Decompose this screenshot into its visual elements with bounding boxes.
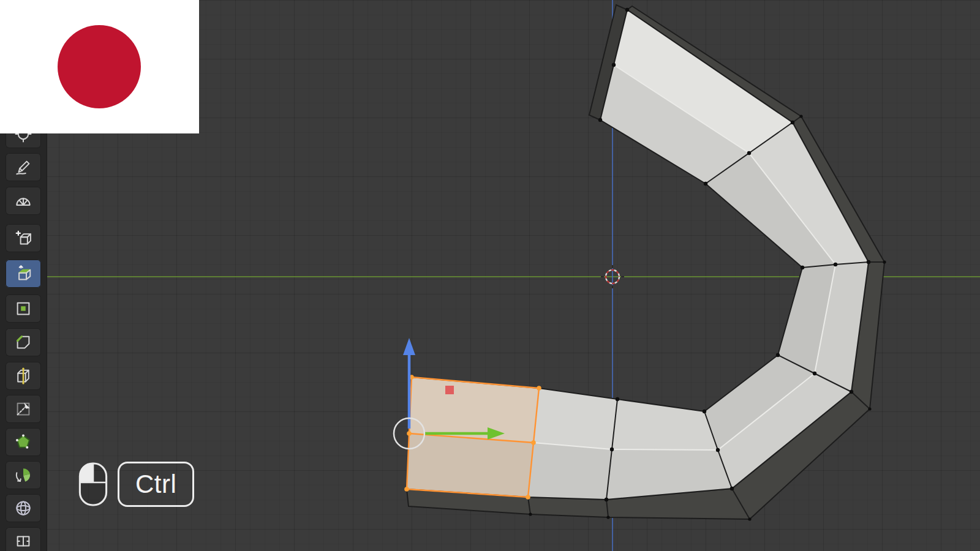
annotate-pencil-icon [14, 158, 32, 176]
measure-protractor-icon [14, 192, 32, 210]
tool-spin[interactable] [6, 461, 41, 489]
tool-add-cube[interactable] [6, 224, 41, 252]
tool-extrude-region[interactable] [6, 260, 41, 288]
flag-red-disc [58, 25, 141, 108]
bevel-icon [14, 333, 32, 351]
knife-icon [14, 400, 32, 418]
loop-cut-icon [14, 367, 32, 385]
japan-flag-overlay [0, 0, 199, 133]
key-badge-ctrl: Ctrl [118, 462, 194, 507]
tool-measure[interactable] [6, 187, 41, 215]
tool-poly-build[interactable] [6, 428, 41, 456]
gizmo-z-arrowhead[interactable] [403, 338, 415, 355]
tool-bevel[interactable] [6, 328, 41, 356]
tool-inset-faces[interactable] [6, 294, 41, 323]
tool-annotate[interactable] [6, 153, 41, 181]
tool-edge-slide[interactable] [6, 527, 41, 551]
mesh-object[interactable] [394, 5, 886, 521]
poly-build-icon [14, 433, 32, 451]
extrude-region-icon [14, 264, 32, 283]
gizmo-plane-handle[interactable] [445, 386, 454, 394]
mouse-left-click-icon [78, 462, 108, 506]
screencast-keys-overlay: Ctrl [78, 462, 194, 507]
tool-loop-cut[interactable] [6, 362, 41, 390]
tool-smooth[interactable] [6, 494, 41, 522]
blender-3d-viewport: Ctrl [0, 0, 980, 551]
inset-faces-icon [14, 299, 32, 318]
spin-icon [14, 466, 32, 484]
add-cube-icon [14, 229, 32, 247]
edge-slide-icon [14, 532, 32, 550]
tool-knife[interactable] [6, 395, 41, 423]
smooth-sphere-icon [14, 499, 32, 517]
selected-segment[interactable] [404, 375, 541, 500]
